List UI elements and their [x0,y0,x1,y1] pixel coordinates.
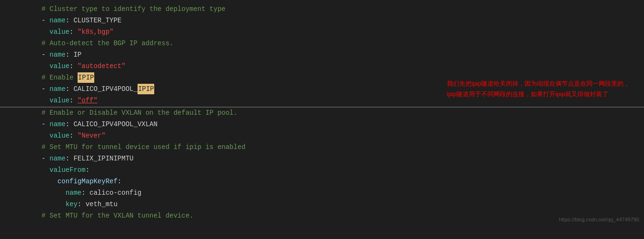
annotation-line1: 我们先把ipip隧道给关闭掉，因为咱现在俩节点是在同一网段里的， [447,79,630,89]
value-keyword: value [50,130,69,141]
code-line: value : "autodetect" [0,61,644,72]
ipip-highlight: IPIP [78,72,95,83]
colon: : [66,119,74,129]
code-line: valueFrom : [0,165,644,176]
indent [10,27,50,37]
value-text: calico-config [89,188,141,198]
comment-text: # Auto-detect the BGP IP address. [41,38,173,49]
value-keyword: value [50,95,69,106]
indent [10,38,41,49]
name-keyword: name [50,84,66,94]
comment-text: # Set MTU for the VXLAN tunnel device. [41,210,193,221]
dash: - [41,119,50,129]
indent [10,176,58,187]
indent [10,72,41,83]
comment-text: # Cluster type to identify the deploymen… [41,4,225,14]
indent [10,119,41,129]
indent [10,165,50,175]
value-text: IP [73,50,81,60]
code-line: value : "Never" [0,130,644,142]
name-keyword: name [66,188,82,198]
comment-text: # Set MTU for tunnel device used if ipip… [41,142,245,152]
value-from: valueFrom [50,165,86,175]
annotation-line2: ipip隧道用于不同网段的连接，如果打开ipip就又得做封装了 [447,89,630,100]
indent [10,15,41,26]
ipip-highlight2: IPIP [138,84,155,94]
colon: : [81,188,89,198]
indent [10,153,41,164]
indent [10,108,41,118]
colon: : [69,61,78,71]
code-line: - name : CLUSTER_TYPE [0,15,644,27]
indent [10,84,41,94]
value-text: CALICO_IPV4POOL_VXLAN [73,119,157,129]
value-text: CLUSTER_TYPE [73,15,121,26]
code-container: # Cluster type to identify the deploymen… [0,0,644,226]
code-line: - name : IP [0,50,644,61]
key-keyword: key [66,199,78,209]
colon: : [66,84,74,94]
string-value: "Never" [78,130,106,141]
indent [10,210,41,221]
string-value: "autodetect" [78,61,126,71]
code-line: # Cluster type to identify the deploymen… [0,4,644,15]
value-text: veth_mtu [86,199,118,209]
colon: : [118,176,121,187]
indent [10,130,50,141]
value-keyword: value [50,27,69,37]
name-keyword: name [50,15,66,26]
value-keyword: value [50,61,69,71]
comment-text: # Enable [41,72,78,83]
colon: : [69,27,78,37]
dash: - [41,15,50,26]
indent [10,199,66,209]
code-line: # Enable or Disable VXLAN on the default… [0,108,644,119]
indent [10,50,41,60]
indent [10,61,50,71]
colon: : [86,165,89,175]
string-value-off: "off" [78,95,98,106]
dash: - [41,84,50,94]
name-keyword: name [50,119,66,129]
name-keyword: name [50,153,66,164]
code-line: - name : FELIX_IPINIPMTU [0,153,644,165]
watermark: https://blog.csdn.net/qq_44749790 [559,216,639,224]
config-map-key-ref: configMapKeyRef [58,176,118,187]
code-line: # Set MTU for tunnel device used if ipip… [0,142,644,153]
code-line: - name : CALICO_IPV4POOL_VXLAN [0,119,644,130]
value-text: CALICO_IPV4POOL_ [73,84,137,94]
comment-text: # Enable or Disable VXLAN on the default… [41,108,238,118]
code-line: configMapKeyRef : [0,176,644,188]
annotation-box: 我们先把ipip隧道给关闭掉，因为咱现在俩节点是在同一网段里的， ipip隧道用… [447,79,630,100]
value-text: FELIX_IPINIPMTU [73,153,133,164]
colon: : [66,153,74,164]
code-line: # Set MTU for the VXLAN tunnel device. [0,210,644,222]
colon: : [78,199,86,209]
indent [10,95,50,106]
name-keyword: name [50,50,66,60]
dash: - [41,50,50,60]
colon: : [66,50,74,60]
colon: : [69,130,78,141]
code-line: value : "k8s,bgp" [0,27,644,38]
indent [10,142,41,152]
dash: - [41,153,50,164]
code-line: # Auto-detect the BGP IP address. [0,38,644,50]
indent [10,188,66,198]
code-line: name : calico-config [0,188,644,199]
colon: : [66,15,74,26]
string-value: "k8s,bgp" [78,27,114,37]
colon: : [69,95,78,106]
code-line: key : veth_mtu [0,199,644,210]
indent [10,4,41,14]
